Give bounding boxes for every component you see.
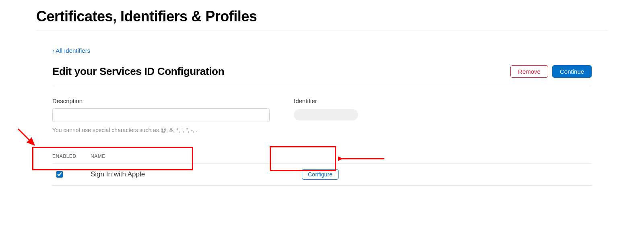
back-all-identifiers-link[interactable]: ‹ All Identifiers — [52, 47, 90, 54]
capabilities-table-header: ENABLED NAME — [52, 153, 592, 163]
description-label: Description — [52, 97, 270, 104]
svg-line-1 — [18, 129, 34, 145]
action-buttons: Remove Continue — [510, 65, 592, 78]
page-title: Certificates, Identifiers & Profiles — [36, 8, 608, 31]
capability-name: Sign In with Apple — [91, 170, 294, 178]
continue-button[interactable]: Continue — [552, 65, 592, 78]
section-header: Edit your Services ID Configuration Remo… — [52, 65, 592, 86]
description-helper: You cannot use special characters such a… — [52, 127, 270, 133]
form-row: Description You cannot use special chara… — [52, 97, 592, 133]
enabled-checkbox[interactable] — [56, 171, 63, 178]
configure-button[interactable]: Configure — [302, 169, 339, 180]
identifier-group: Identifier — [294, 97, 592, 133]
description-group: Description You cannot use special chara… — [52, 97, 270, 133]
configure-cell: Configure — [294, 169, 339, 180]
identifier-value-redacted — [294, 109, 358, 120]
header-name: NAME — [91, 153, 592, 159]
remove-button[interactable]: Remove — [510, 65, 548, 78]
enabled-cell — [52, 171, 91, 178]
header-enabled: ENABLED — [52, 153, 91, 159]
table-row: Sign In with Apple Configure — [52, 163, 592, 186]
description-input[interactable] — [52, 108, 270, 122]
annotation-arrow-left — [16, 127, 40, 151]
section-title: Edit your Services ID Configuration — [52, 65, 224, 78]
identifier-label: Identifier — [294, 97, 592, 104]
